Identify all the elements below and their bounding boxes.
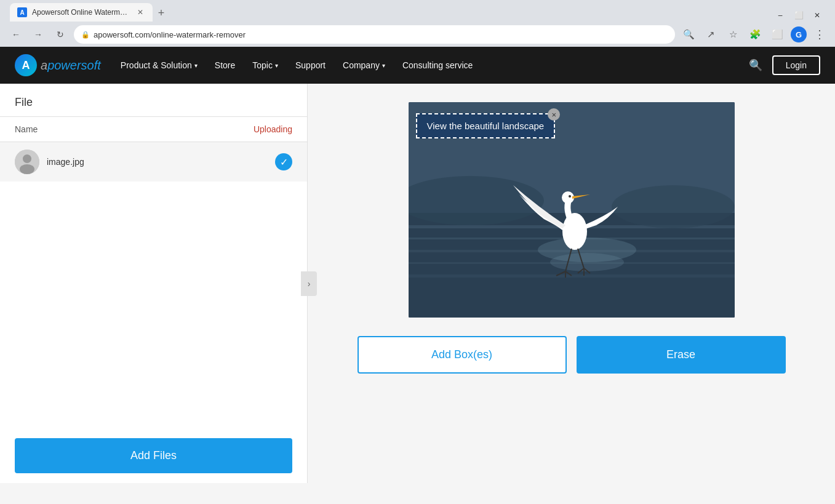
watermark-selection-box[interactable]: View the beautiful landscape × [416, 113, 556, 138]
site-nav: A apowersoft Product & Solution ▾ Store … [0, 47, 835, 84]
nav-items: Product & Solution ▾ Store Topic ▾ Suppo… [121, 60, 729, 70]
refresh-button[interactable]: ↻ [52, 26, 69, 43]
new-tab-button[interactable]: + [153, 4, 170, 22]
file-avatar-icon [15, 150, 39, 174]
website-content: A apowersoft Product & Solution ▾ Store … [0, 47, 835, 483]
site-logo[interactable]: A apowersoft [15, 54, 101, 76]
watermark-text: View the beautiful landscape [427, 121, 545, 131]
bookmark-button[interactable]: ☆ [724, 26, 741, 43]
maximize-button[interactable]: ⬜ [791, 9, 807, 22]
svg-rect-9 [409, 274, 735, 278]
lock-icon: 🔒 [81, 31, 90, 39]
tab-favicon: A [17, 7, 27, 17]
col-name-header: Name [15, 124, 254, 134]
product-caret-icon: ▾ [194, 62, 198, 69]
file-item[interactable]: image.jpg ✓ [0, 142, 307, 182]
panel-title: File [0, 84, 307, 117]
main-content: File Name Uploading ima [0, 84, 835, 483]
file-list: image.jpg ✓ [0, 142, 307, 286]
image-container: View the beautiful landscape × [409, 102, 735, 318]
login-button[interactable]: Login [772, 55, 820, 75]
file-table-header: Name Uploading [0, 117, 307, 142]
close-window-button[interactable]: ✕ [809, 9, 825, 22]
svg-point-16 [569, 195, 571, 198]
browser-menu-button[interactable]: ⋮ [812, 28, 828, 41]
profile-button[interactable]: G [791, 26, 807, 42]
svg-point-1 [23, 154, 31, 163]
bottom-actions: Add Box(es) Erase [332, 336, 810, 374]
forward-button[interactable]: → [30, 26, 47, 43]
search-icon[interactable]: 🔍 [749, 58, 762, 72]
erase-button[interactable]: Erase [577, 336, 786, 374]
svg-point-13 [612, 185, 735, 228]
active-tab[interactable]: A Apowersoft Online Watermark R... ✕ [10, 3, 153, 22]
url-text: apowersoft.com/online-watermark-remover [94, 30, 246, 39]
svg-point-2 [20, 164, 34, 174]
add-boxes-button[interactable]: Add Box(es) [358, 336, 567, 374]
left-panel: File Name Uploading ima [0, 84, 308, 483]
topic-caret-icon: ▾ [275, 62, 278, 69]
back-button[interactable]: ← [7, 26, 25, 43]
nav-consulting[interactable]: Consulting service [402, 60, 473, 70]
title-bar: A Apowersoft Online Watermark R... ✕ + –… [0, 0, 835, 22]
nav-topic[interactable]: Topic ▾ [252, 60, 278, 70]
logo-icon: A [15, 54, 37, 76]
address-bar: ← → ↻ 🔒 apowersoft.com/online-watermark-… [0, 22, 835, 47]
share-button[interactable]: ↗ [702, 26, 719, 43]
file-name: image.jpg [47, 157, 268, 167]
browser-toolbar: 🔍 ↗ ☆ 🧩 ⬜ G ⋮ [680, 26, 828, 43]
nav-product[interactable]: Product & Solution ▾ [121, 60, 198, 70]
collapse-toggle-button[interactable]: › [301, 271, 317, 296]
url-bar[interactable]: 🔒 apowersoft.com/online-watermark-remove… [74, 25, 675, 44]
col-uploading-header: Uploading [254, 124, 292, 134]
tab-title: Apowersoft Online Watermark R... [32, 8, 130, 17]
file-uploaded-checkmark: ✓ [275, 153, 292, 170]
add-files-button[interactable]: Add Files [15, 438, 292, 473]
browser-chrome: A Apowersoft Online Watermark R... ✕ + –… [0, 0, 835, 483]
tab-close-button[interactable]: ✕ [135, 7, 145, 17]
zoom-button[interactable]: 🔍 [680, 26, 697, 43]
sidebar-button[interactable]: ⬜ [769, 26, 786, 43]
minimize-button[interactable]: – [772, 9, 788, 22]
right-panel: View the beautiful landscape × Add Box(e… [308, 84, 835, 483]
company-caret-icon: ▾ [382, 62, 385, 69]
nav-company[interactable]: Company ▾ [343, 60, 385, 70]
nav-store[interactable]: Store [215, 60, 235, 70]
svg-point-14 [562, 213, 587, 250]
nav-right: 🔍 Login [749, 55, 820, 75]
nav-support[interactable]: Support [295, 60, 326, 70]
svg-point-11 [550, 253, 624, 271]
extensions-button[interactable]: 🧩 [746, 26, 764, 43]
